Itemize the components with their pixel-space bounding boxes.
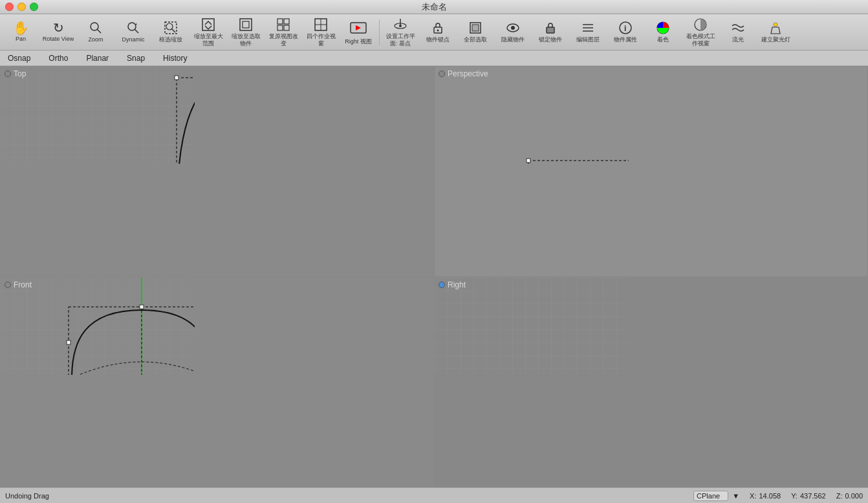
set-cplane-icon [393, 17, 407, 32]
pan-label: Pan [16, 36, 26, 43]
set-cplane-label: 设置工作平面: 基点 [384, 33, 417, 47]
nav-history[interactable]: History [160, 52, 190, 64]
right-view-label: Right 视图 [345, 38, 372, 45]
statusbar: Undoing Drag CPlane ▼ X: 14.058 Y: 437.5… [0, 487, 868, 503]
toolbar: ✋ Pan ↻ Rotate View Zoom + Dynamic 框选缩放 [0, 14, 868, 50]
zoom-selected-tool[interactable]: 缩放至选取物件 [228, 16, 264, 49]
nav-planar[interactable]: Planar [83, 52, 111, 64]
viewport-right[interactable]: Right [434, 277, 868, 488]
svg-rect-14 [284, 25, 289, 30]
svg-rect-10 [243, 21, 249, 28]
right-view-icon [349, 19, 367, 37]
svg-rect-92 [140, 305, 144, 309]
edit-layer-tool[interactable]: 编辑图层 [570, 16, 606, 49]
titlebar: 未命名 [0, 0, 868, 14]
zoom-dynamic-label: Dynamic [122, 36, 144, 43]
svg-rect-38 [1, 67, 195, 164]
viewport-perspective[interactable]: Perspective [434, 66, 868, 277]
svg-rect-28 [547, 27, 554, 33]
color-tool[interactable]: 着色 [645, 16, 681, 49]
rotate-view-label: Rotate View [43, 36, 74, 43]
restore-views-tool[interactable]: 复原视图改变 [265, 16, 301, 49]
four-views-label: 四个作业视窗 [304, 33, 338, 47]
viewport-front[interactable]: Front [0, 277, 434, 488]
svg-rect-86 [1, 278, 195, 375]
svg-text:i: i [624, 24, 626, 33]
z-value: 0.000 [845, 492, 863, 500]
cplane-dropdown[interactable]: CPlane [693, 491, 728, 501]
select-all-icon [468, 21, 483, 35]
svg-rect-25 [472, 25, 479, 31]
hide-obj-icon [506, 21, 520, 35]
coord-y: Y: 437.562 [791, 492, 826, 500]
svg-rect-77 [526, 159, 530, 162]
coord-x: X: 14.058 [750, 492, 781, 500]
obj-props-label: 物件属性 [614, 36, 637, 43]
svg-point-21 [399, 25, 402, 27]
svg-rect-102 [435, 278, 629, 375]
flow-tool[interactable]: 流光 [720, 16, 756, 49]
flow-icon [731, 21, 745, 35]
spotlight-icon [768, 21, 783, 35]
window-title: 未命名 [422, 1, 447, 13]
lock-obj-label: 物件锁点 [426, 36, 450, 43]
viewport-top[interactable]: Top [0, 66, 434, 277]
four-views-tool[interactable]: 四个作业视窗 [303, 16, 339, 49]
zoom-dynamic-icon: + [126, 21, 140, 35]
flow-label: 流光 [732, 36, 744, 43]
zoom-extents-icon [201, 17, 215, 32]
cplane-selector[interactable]: CPlane ▼ [693, 491, 739, 501]
viewport-perspective-canvas: z y [435, 67, 629, 164]
lock-icon [543, 21, 558, 35]
toolbar-divider-1 [379, 19, 380, 45]
rotate-view-tool[interactable]: ↻ Rotate View [40, 16, 76, 49]
lock-obj-tool[interactable]: 物件锁点 [420, 16, 456, 49]
lock-tool[interactable]: 锁定物件 [532, 16, 569, 49]
svg-point-27 [511, 26, 515, 30]
nav-snap[interactable]: Snap [124, 52, 147, 64]
svg-rect-73 [528, 161, 629, 164]
minimize-button[interactable] [17, 3, 26, 11]
zoom-label: Zoom [88, 36, 103, 43]
pan-tool[interactable]: ✋ Pan [3, 16, 39, 49]
viewport-right-label: Right [439, 280, 466, 289]
traffic-lights [5, 3, 38, 11]
svg-rect-11 [277, 19, 283, 24]
x-label: X: [750, 492, 756, 500]
y-value: 437.562 [800, 492, 826, 500]
viewport-right-canvas: z y [435, 278, 629, 375]
svg-rect-46 [175, 76, 179, 80]
viewport-front-dot [5, 282, 11, 288]
x-value: 14.058 [759, 492, 781, 500]
four-views-icon [314, 17, 328, 32]
viewport-front-canvas: z x [1, 278, 195, 375]
svg-rect-13 [277, 25, 283, 30]
zoom-selected-label: 缩放至选取物件 [229, 33, 263, 47]
zoom-extents-tool[interactable]: 缩放至最大范围 [190, 16, 226, 49]
obj-props-tool[interactable]: i 物件属性 [607, 16, 644, 49]
viewport-right-dot [439, 282, 445, 288]
svg-text:+: + [135, 21, 138, 27]
zoom-tool[interactable]: Zoom [78, 16, 114, 49]
close-button[interactable] [5, 3, 14, 11]
zoom-dynamic-tool[interactable]: + Dynamic [115, 16, 151, 49]
maximize-button[interactable] [30, 3, 38, 11]
spotlight-label: 建立聚光灯 [761, 36, 790, 43]
set-cplane-tool[interactable]: 设置工作平面: 基点 [382, 16, 418, 49]
select-box-tool[interactable]: 框选缩放 [153, 16, 189, 49]
right-view-tool[interactable]: Right 视图 [340, 16, 376, 49]
zoom-selected-icon [239, 17, 253, 32]
shaded-mode-tool[interactable]: 着色模式工作视窗 [682, 16, 719, 49]
nav-ortho[interactable]: Ortho [46, 52, 71, 64]
shaded-mode-label: 着色模式工作视窗 [684, 33, 717, 47]
viewport-perspective-dot [439, 71, 445, 77]
nav-osnap[interactable]: Osnap [5, 52, 33, 64]
viewport-top-dot [5, 71, 11, 77]
color-label: 着色 [657, 36, 669, 43]
spotlight-tool[interactable]: 建立聚光灯 [757, 16, 794, 49]
svg-point-23 [437, 30, 439, 32]
select-all-tool[interactable]: 全部选取 [457, 16, 494, 49]
hide-obj-tool[interactable]: 隐藏物件 [495, 16, 531, 49]
shaded-mode-icon [693, 17, 708, 32]
svg-rect-91 [67, 341, 71, 344]
